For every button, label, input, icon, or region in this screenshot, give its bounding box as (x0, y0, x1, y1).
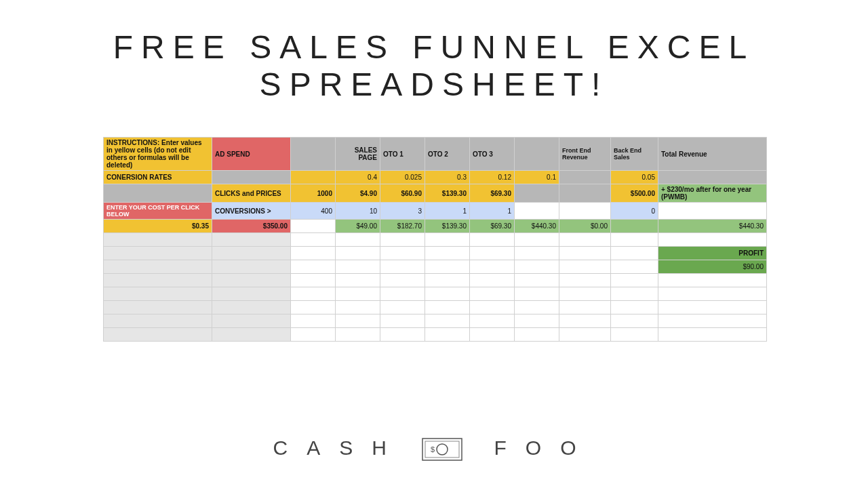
rates-label: CONERSION RATES (104, 171, 212, 184)
back-sales-header: Back End Sales (611, 138, 658, 171)
clicks-label: CLICKS and PRICES (212, 184, 291, 203)
total-oto1: $182.70 (380, 220, 425, 233)
ad-spend-header: AD SPEND (212, 138, 291, 171)
header-blank2 (515, 138, 559, 171)
conv-blank3 (658, 203, 767, 220)
clicks-blank0 (104, 184, 212, 203)
conv-sales-page: 10 (336, 203, 380, 220)
total-front: $440.30 (515, 220, 559, 233)
cash-bill-icon: $ (422, 438, 462, 461)
total-rev-header: Total Revenue (658, 138, 767, 171)
oto2-header: OTO 2 (425, 138, 470, 171)
clicks-blank2 (559, 184, 611, 203)
rate-sales-page[interactable]: 0.4 (336, 171, 380, 184)
conv-oto1: 3 (380, 203, 425, 220)
front-rev-header: Front End Revenue (559, 138, 611, 171)
clicks-note: + $230/mo after for one year (PWMB) (658, 184, 767, 203)
header-blank (291, 138, 336, 171)
spreadsheet: INSTRUCTIONS: Enter values in yellow cel… (103, 137, 765, 342)
conversions-label: CONVERSIONS > (212, 203, 291, 220)
rate-front[interactable]: 0.1 (515, 171, 559, 184)
rates-blank3 (559, 171, 611, 184)
rate-back[interactable]: 0.05 (611, 171, 658, 184)
brand-left: CASH (273, 436, 405, 459)
clicks-oto2[interactable]: $139.30 (425, 184, 470, 203)
totals-blank (291, 220, 336, 233)
brand-footer: CASH $ FOO (0, 436, 868, 461)
conv-oto3: 1 (470, 203, 515, 220)
clicks-back[interactable]: $500.00 (611, 184, 658, 203)
cpc-value[interactable]: $0.35 (104, 220, 212, 233)
conv-oto2: 1 (425, 203, 470, 220)
oto3-header: OTO 3 (470, 138, 515, 171)
spend-value: $350.00 (212, 220, 291, 233)
clicks-oto3[interactable]: $69.30 (470, 184, 515, 203)
rates-blank1 (212, 171, 291, 184)
instructions-cell: INSTRUCTIONS: Enter values in yellow cel… (104, 138, 212, 171)
total-sales-page: $49.00 (336, 220, 380, 233)
oto1-header: OTO 1 (380, 138, 425, 171)
conv-val1: 400 (291, 203, 336, 220)
cpc-label: ENTER YOUR COST PER CLICK BELOW (104, 203, 212, 220)
rate-oto1[interactable]: 0.025 (380, 171, 425, 184)
rates-blank4 (658, 171, 767, 184)
rate-oto2[interactable]: 0.3 (425, 171, 470, 184)
profit-label: PROFIT (658, 247, 767, 260)
clicks-sales-page[interactable]: $4.90 (336, 184, 380, 203)
conv-back: 0 (611, 203, 658, 220)
rates-blank2 (291, 171, 336, 184)
total-revenue: $440.30 (658, 220, 767, 233)
profit-value: $90.00 (658, 260, 767, 274)
brand-right: FOO (494, 436, 595, 459)
conv-blank2 (559, 203, 611, 220)
clicks-oto1[interactable]: $60.90 (380, 184, 425, 203)
clicks-val1[interactable]: 1000 (291, 184, 336, 203)
rate-oto3[interactable]: 0.12 (470, 171, 515, 184)
sales-page-header: SALES PAGE (336, 138, 380, 171)
clicks-blank1 (515, 184, 559, 203)
total-back: $0.00 (559, 220, 611, 233)
svg-text:$: $ (431, 445, 454, 453)
total-oto2: $139.30 (425, 220, 470, 233)
page-title: FREE SALES FUNNEL EXCEL SPREADSHEET! (0, 28, 868, 103)
sheet-table: INSTRUCTIONS: Enter values in yellow cel… (103, 137, 767, 342)
totals-blank2 (611, 220, 658, 233)
conv-blank1 (515, 203, 559, 220)
total-oto3: $69.30 (470, 220, 515, 233)
